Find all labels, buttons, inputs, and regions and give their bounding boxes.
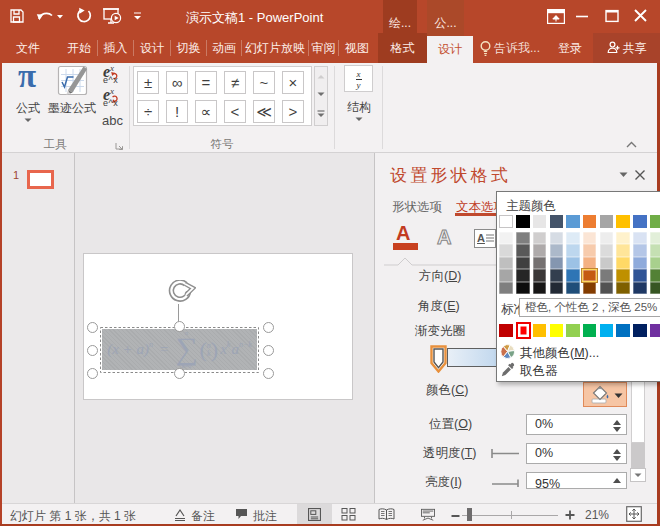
svg-text:A: A bbox=[437, 226, 451, 248]
